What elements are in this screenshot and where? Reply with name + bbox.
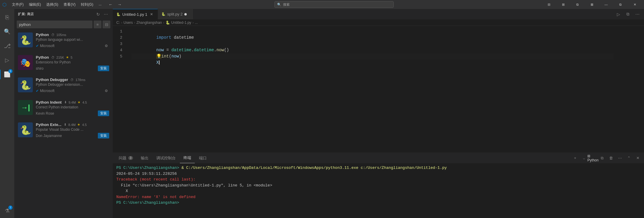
scrollbar-vertical[interactable] xyxy=(641,26,644,152)
terminal-line-4: File "c:\Users\Zhangliangshan\Untitled-1… xyxy=(116,183,640,189)
activity-search[interactable]: 🔍 xyxy=(0,24,14,39)
activity-explorer[interactable]: ⎘ xyxy=(0,10,14,24)
editor-area: 🐍 Untitled-1.py 1 ✕ 🐍 split.py 2 ▷ ⧉ ⋯ C… xyxy=(113,9,644,218)
terminal-more-button[interactable]: ⋯ xyxy=(616,154,624,162)
breadcrumb-sep: › xyxy=(163,21,164,25)
main-layout: ⎘ 🔍 ⎇ ▷ ⬜ 3 ⚗ 7 扩展: 商店 ↻ ⋯ xyxy=(0,9,644,218)
breadcrumb-drive[interactable]: C: xyxy=(116,21,120,25)
activity-extensions[interactable]: ⬜ 3 xyxy=(0,67,14,82)
breadcrumb-users[interactable]: Users xyxy=(123,21,133,25)
star-icon: ★ xyxy=(78,100,81,104)
breadcrumb-file[interactable]: Untitled-1.py xyxy=(171,21,191,25)
more-actions-button[interactable]: ⋯ xyxy=(103,11,109,18)
code-op: () xyxy=(224,48,229,52)
editor-minimap xyxy=(617,26,641,152)
ext-footer: ✔ Microsoft ⚙ xyxy=(36,43,109,49)
menu-select[interactable]: 选择(S) xyxy=(44,1,61,8)
terminal-split-button[interactable]: ⌵ xyxy=(580,154,588,162)
term-command: & C:/Users/Zhangliangshan/AppData/Local/… xyxy=(181,166,447,170)
panel-tab-label: 端口 xyxy=(199,155,207,161)
search-filter-icon[interactable]: ⊟ xyxy=(103,21,110,28)
breadcrumb-sep: › xyxy=(134,21,135,25)
line-number-3: 3 xyxy=(113,41,128,47)
ext-name: Python Debugger xyxy=(36,77,68,82)
ext-footer: ✔ Microsoft ⚙ xyxy=(36,88,109,94)
cursor xyxy=(159,60,160,65)
refresh-button[interactable]: ↻ xyxy=(95,11,101,18)
new-terminal-button[interactable]: + xyxy=(571,154,579,162)
breadcrumb: C: › Users › Zhangliangshan › 🐍 Untitled… xyxy=(113,19,644,26)
ext-publisher: shiro xyxy=(36,66,44,71)
install-button[interactable]: 安装 xyxy=(98,66,109,71)
extension-item-python-ms[interactable]: 🐍 Python ⏱ 105ms Python language support… xyxy=(14,29,113,52)
ext-icon-python-ms: 🐍 xyxy=(18,32,33,47)
run-button[interactable]: ▷ xyxy=(614,10,623,18)
panel-maximize-button[interactable]: ⌃ xyxy=(625,154,633,162)
code-op: datetime xyxy=(171,35,194,40)
panel-tab-label: 调试控制台 xyxy=(156,155,176,161)
nav-back-button[interactable]: ← xyxy=(106,1,115,8)
activity-source-control[interactable]: ⎇ xyxy=(0,39,14,53)
window-restore-button[interactable]: ⧉ xyxy=(614,0,627,9)
layout-toggle-button[interactable]: ⊟ xyxy=(542,0,556,9)
tab-close-button[interactable]: ✕ xyxy=(149,12,154,17)
editor-tab-untitled[interactable]: 🐍 Untitled-1.py 1 ✕ xyxy=(113,9,158,19)
global-search-box[interactable]: 🔍 搜索 xyxy=(274,1,394,8)
window-minimize-button[interactable]: — xyxy=(599,0,613,9)
line-number-4: 4 xyxy=(113,47,128,53)
panel-tab-label: 输出 xyxy=(141,155,149,161)
nav-buttons: ← → xyxy=(106,1,124,8)
publisher-name: shiro xyxy=(36,66,44,71)
extensions-sidebar: 扩展: 商店 ↻ ⋯ ≡ ⊟ 🐍 Python ⏱ 105ms xyxy=(14,9,113,218)
ext-icon-python-shiro: 🎭 xyxy=(18,55,33,70)
code-line-1: import datetime xyxy=(131,28,614,35)
breadcrumb-sep: › xyxy=(121,21,122,25)
menu-more[interactable]: ... xyxy=(96,1,104,8)
terminal-content[interactable]: PS C:\Users\Zhangliangshan> & C:/Users/Z… xyxy=(113,163,644,218)
code-op: = xyxy=(164,48,171,52)
panel-tab-debug-console[interactable]: 调试控制台 xyxy=(153,153,179,163)
search-list-icon[interactable]: ≡ xyxy=(94,21,101,28)
activity-testing[interactable]: ⚗ 7 xyxy=(0,204,14,218)
extension-item-python-shiro[interactable]: 🎭 Python ⏱ 215K ★ 5 Extensions for Pytho… xyxy=(14,52,113,74)
menu-file[interactable]: 文件(F) xyxy=(10,1,26,8)
menu-edit[interactable]: 编辑(E) xyxy=(27,1,43,8)
ext-settings-button[interactable]: ⚙ xyxy=(103,43,109,49)
extension-item-python-debugger[interactable]: 🐍 Python Debugger ⏱ 178ms Python Debugge… xyxy=(14,74,113,97)
extensions-search-input[interactable] xyxy=(17,21,92,28)
activity-run-debug[interactable]: ▷ xyxy=(0,53,14,67)
editor-tab-split[interactable]: 🐍 split.py 2 xyxy=(158,9,194,19)
code-editor[interactable]: 1 2 3 4 5 import datetime now = datetime… xyxy=(113,26,644,152)
window-close-button[interactable]: ✕ xyxy=(628,0,642,9)
tab-file-icon: 🐍 xyxy=(116,13,121,16)
install-button[interactable]: 安装 xyxy=(98,133,109,138)
layout-toggle-button2[interactable]: ⊞ xyxy=(556,0,570,9)
line-number-1: 1 xyxy=(113,28,128,35)
breadcrumb-more[interactable]: ... xyxy=(195,21,198,25)
panel-tab-output[interactable]: 输出 xyxy=(137,153,152,163)
terminal-line-6: NameError: name 'X' is not defined xyxy=(116,194,640,200)
breadcrumb-user[interactable]: Zhangliangshan xyxy=(136,21,162,25)
ext-footer: Kevin Rose 安装 xyxy=(36,110,109,116)
panel-tab-problems[interactable]: 问题 3 xyxy=(115,153,137,163)
layout-split-button[interactable]: ⧉ xyxy=(571,0,584,9)
terminal-trash-button[interactable]: 🗑 xyxy=(607,154,615,162)
extension-item-python-indent[interactable]: →| Python Indent ⬇ 9.4M ★ 4.5 Correct Py… xyxy=(14,97,113,119)
split-editor-button[interactable]: ⧉ xyxy=(624,10,632,18)
code-content[interactable]: import datetime now = datetime.datetime.… xyxy=(128,26,617,152)
sidebar-header: 扩展: 商店 ↻ ⋯ xyxy=(14,9,113,19)
panel-close-button[interactable]: ✕ xyxy=(634,154,642,162)
panel-tab-terminal[interactable]: 终端 xyxy=(180,153,195,163)
more-tab-actions-button[interactable]: ⋯ xyxy=(633,10,642,18)
panel-tab-ports[interactable]: 端口 xyxy=(195,153,210,163)
menu-goto[interactable]: 转到(G) xyxy=(78,1,95,8)
menu-view[interactable]: 查看(V) xyxy=(61,1,78,8)
ext-settings-button[interactable]: ⚙ xyxy=(103,88,109,94)
nav-forward-button[interactable]: → xyxy=(115,1,124,8)
publisher-name: Microsoft xyxy=(40,89,55,93)
layout-more-button[interactable]: ⊠ xyxy=(585,0,599,9)
install-button[interactable]: 安装 xyxy=(98,110,109,116)
search-area: 🔍 搜索 xyxy=(126,1,542,8)
extension-item-python-exte[interactable]: 🐍 Python Exte... ⬇ 8.4M ★ 4.5 Popular Vi… xyxy=(14,119,113,142)
terminal-split-icon[interactable]: ⧉ xyxy=(598,154,606,162)
